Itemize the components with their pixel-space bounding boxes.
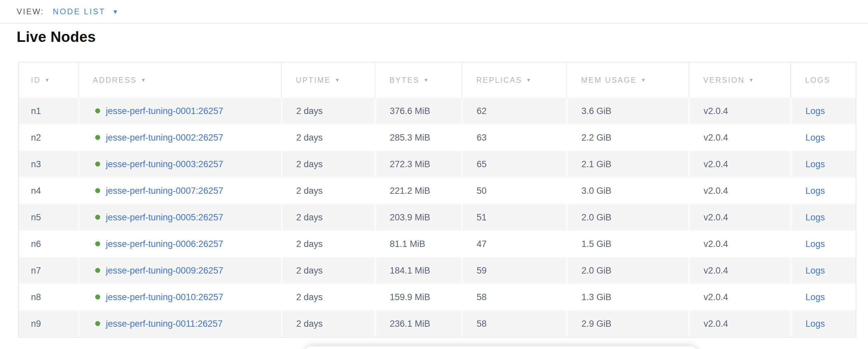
cell-bytes: 236.1 MiB (375, 310, 462, 337)
node-live-dot-icon (95, 215, 100, 220)
page-title: Live Nodes (17, 29, 96, 45)
node-address-link[interactable]: jesse-perf-tuning-0002:26257 (106, 133, 223, 143)
node-live-dot-icon (95, 268, 100, 273)
cell-id: n5 (19, 204, 78, 231)
cell-bytes: 184.1 MiB (375, 257, 462, 284)
cell-id: n1 (19, 98, 78, 124)
table-row: n8jesse-perf-tuning-0010:262572 days159.… (19, 284, 856, 310)
cell-mem-usage: 2.9 GiB (566, 310, 689, 337)
column-label: BYTES (390, 76, 420, 84)
cell-bytes: 81.1 MiB (375, 231, 462, 257)
node-address-link[interactable]: jesse-perf-tuning-0007:26257 (106, 186, 223, 196)
cell-replicas: 47 (462, 231, 566, 257)
cell-mem-usage: 2.1 GiB (566, 151, 689, 177)
sort-arrow-icon: ▼ (335, 77, 340, 83)
node-logs-link[interactable]: Logs (805, 212, 825, 222)
cell-logs: Logs (790, 284, 856, 310)
cell-address: jesse-perf-tuning-0011:26257 (78, 310, 281, 337)
cell-mem-usage: 3.0 GiB (566, 177, 689, 204)
node-address-link[interactable]: jesse-perf-tuning-0010:26257 (106, 292, 223, 302)
column-label: UPTIME (296, 76, 331, 84)
node-logs-link[interactable]: Logs (805, 292, 825, 302)
cell-mem-usage: 1.3 GiB (566, 284, 689, 310)
cell-mem-usage: 2.2 GiB (566, 124, 689, 151)
view-dropdown[interactable]: NODE LIST ▼ (53, 7, 119, 16)
cell-replicas: 62 (462, 98, 566, 124)
column-header-mem-usage[interactable]: MEM USAGE▼ (566, 63, 689, 98)
node-logs-link[interactable]: Logs (805, 159, 825, 169)
cell-id: n4 (19, 177, 78, 204)
column-header-id[interactable]: ID▼ (19, 63, 78, 98)
column-header-address[interactable]: ADDRESS▼ (78, 63, 281, 98)
node-address-link[interactable]: jesse-perf-tuning-0009:26257 (106, 266, 223, 276)
node-live-dot-icon (95, 188, 100, 193)
column-label: MEM USAGE (581, 76, 637, 84)
column-header-logs: LOGS (790, 63, 856, 98)
column-header-bytes[interactable]: BYTES▼ (375, 63, 462, 98)
cell-uptime: 2 days (281, 151, 375, 177)
cell-mem-usage: 1.5 GiB (566, 231, 689, 257)
column-header-replicas[interactable]: REPLICAS▼ (462, 63, 566, 98)
cell-address: jesse-perf-tuning-0007:26257 (78, 177, 281, 204)
sort-arrow-icon: ▼ (749, 77, 754, 83)
cell-logs: Logs (790, 231, 856, 257)
cell-uptime: 2 days (281, 177, 375, 204)
cell-id: n9 (19, 310, 78, 337)
cell-replicas: 51 (462, 204, 566, 231)
node-logs-link[interactable]: Logs (805, 266, 825, 276)
table-row: n4jesse-perf-tuning-0007:262572 days221.… (19, 177, 856, 204)
table-header-row: ID▼ADDRESS▼UPTIME▼BYTES▼REPLICAS▼MEM USA… (19, 63, 856, 98)
table-row: n6jesse-perf-tuning-0006:262572 days81.1… (19, 231, 856, 257)
cell-bytes: 221.2 MiB (375, 177, 462, 204)
cell-logs: Logs (790, 177, 856, 204)
cell-replicas: 58 (462, 310, 566, 337)
cell-mem-usage: 3.6 GiB (566, 98, 689, 124)
cell-replicas: 63 (462, 124, 566, 151)
cell-version: v2.0.4 (689, 204, 790, 231)
cell-id: n6 (19, 231, 78, 257)
node-logs-link[interactable]: Logs (805, 106, 825, 116)
node-logs-link[interactable]: Logs (805, 186, 825, 196)
column-header-version[interactable]: VERSION▼ (689, 63, 790, 98)
node-address-link[interactable]: jesse-perf-tuning-0005:26257 (106, 212, 223, 222)
sort-arrow-icon: ▼ (526, 77, 531, 83)
node-address-link[interactable]: jesse-perf-tuning-0003:26257 (106, 159, 223, 169)
cell-mem-usage: 2.0 GiB (566, 204, 689, 231)
node-live-dot-icon (95, 162, 100, 167)
sort-arrow-icon: ▼ (141, 77, 146, 83)
cell-address: jesse-perf-tuning-0003:26257 (78, 151, 281, 177)
cell-address: jesse-perf-tuning-0001:26257 (78, 98, 281, 124)
cell-address: jesse-perf-tuning-0002:26257 (78, 124, 281, 151)
node-live-dot-icon (95, 321, 100, 326)
cell-logs: Logs (790, 151, 856, 177)
cell-uptime: 2 days (281, 257, 375, 284)
cell-address: jesse-perf-tuning-0009:26257 (78, 257, 281, 284)
nodes-table: ID▼ADDRESS▼UPTIME▼BYTES▼REPLICAS▼MEM USA… (18, 62, 856, 338)
sort-arrow-icon: ▼ (641, 77, 646, 83)
cell-version: v2.0.4 (689, 231, 790, 257)
node-address-link[interactable]: jesse-perf-tuning-0006:26257 (106, 239, 223, 249)
node-logs-link[interactable]: Logs (805, 319, 825, 329)
table-row: n7jesse-perf-tuning-0009:262572 days184.… (19, 257, 856, 284)
cell-version: v2.0.4 (689, 151, 790, 177)
column-header-uptime[interactable]: UPTIME▼ (281, 63, 375, 98)
cell-mem-usage: 2.0 GiB (566, 257, 689, 284)
sort-arrow-icon: ▼ (44, 77, 50, 83)
cell-address: jesse-perf-tuning-0010:26257 (78, 284, 281, 310)
node-logs-link[interactable]: Logs (805, 133, 825, 143)
next-section-card (306, 346, 695, 349)
cell-replicas: 50 (462, 177, 566, 204)
table-row: n2jesse-perf-tuning-0002:262572 days285.… (19, 124, 856, 151)
node-logs-link[interactable]: Logs (805, 239, 825, 249)
column-label: ADDRESS (93, 76, 137, 84)
node-live-dot-icon (95, 108, 100, 113)
cell-bytes: 376.6 MiB (375, 98, 462, 124)
cell-bytes: 159.9 MiB (375, 284, 462, 310)
node-live-dot-icon (95, 294, 100, 300)
cell-uptime: 2 days (281, 231, 375, 257)
cell-logs: Logs (790, 124, 856, 151)
node-address-link[interactable]: jesse-perf-tuning-0011:26257 (106, 319, 223, 329)
cell-bytes: 285.3 MiB (375, 124, 462, 151)
cell-logs: Logs (790, 257, 856, 284)
node-address-link[interactable]: jesse-perf-tuning-0001:26257 (106, 106, 223, 116)
